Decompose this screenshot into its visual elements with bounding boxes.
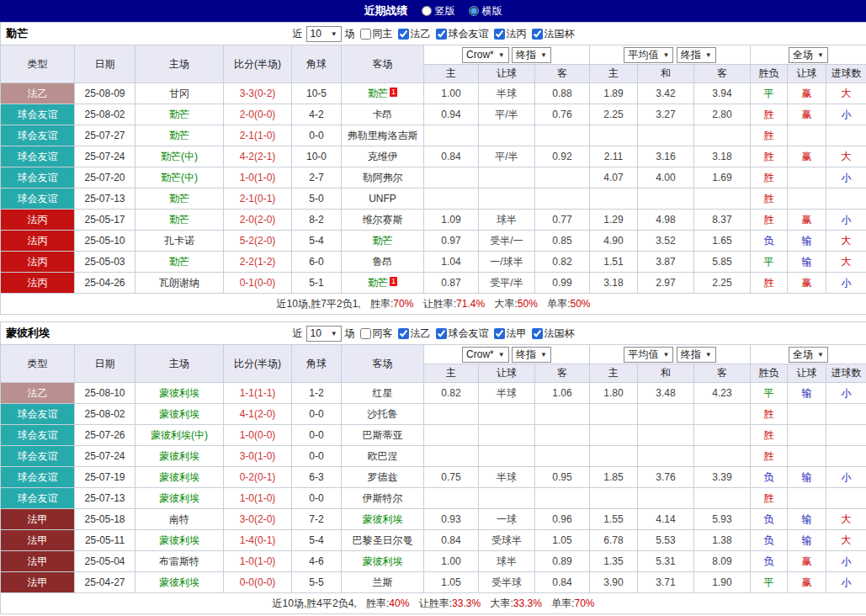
team-name[interactable]: 勤芒 [169,256,189,268]
league-filter-3[interactable]: 法国杯 [532,327,575,341]
team-name[interactable]: 蒙彼利埃(中) [151,429,208,441]
team-name[interactable]: 红星 [373,387,393,399]
horizontal-radio[interactable] [469,6,479,16]
team-name[interactable]: 瓦朗谢纳 [159,277,199,289]
score-cell[interactable]: 0-0(0-0) [224,572,292,593]
team-name[interactable]: 勤芒 [169,109,189,120]
team-name[interactable]: UNFP [369,193,396,204]
score-cell[interactable]: 1-0(1-0) [224,167,292,189]
team-name[interactable]: 鲁昂 [373,256,393,268]
league-checkbox[interactable] [436,29,447,40]
team-name[interactable]: 蒙彼利埃 [159,534,199,546]
odds-company-select[interactable]: Crow*▼ [462,47,509,63]
team-name[interactable]: 蒙彼利埃 [159,576,199,588]
recent-count-select[interactable]: 10▼ [306,26,342,42]
score-cell[interactable]: 3-0(2-0) [224,509,292,530]
same-venue-filter[interactable]: 同主 [360,27,393,41]
avg-select[interactable]: 平均值▼ [624,347,673,363]
avg-select[interactable]: 平均值▼ [624,47,673,63]
team-name[interactable]: 勤芒 [368,88,388,99]
avg-stage-select[interactable]: 终指▼ [677,47,716,63]
avg-stage-select[interactable]: 终指▼ [677,347,716,363]
league-filter-0[interactable]: 法乙 [398,27,431,41]
team-name[interactable]: 勤芒(中) [161,151,198,162]
score-cell[interactable]: 4-1(2-0) [224,404,292,425]
score-cell[interactable]: 1-4(0-1) [224,530,292,551]
scope-select[interactable]: 全场▼ [789,47,828,63]
team-name[interactable]: 蒙彼利埃 [159,471,199,483]
team-name[interactable]: 勤芒 [169,214,189,226]
team-name[interactable]: 蒙彼利埃 [159,492,199,504]
team-name[interactable]: 伊斯特尔 [363,492,403,504]
score-cell[interactable]: 2-0(0-0) [224,104,292,125]
score-cell[interactable]: 2-1(0-1) [224,189,292,210]
team-name[interactable]: 罗德兹 [368,471,398,483]
league-checkbox[interactable] [532,29,543,40]
layout-radio-vertical[interactable]: 竖版 [422,4,455,19]
col-header-corner: 角球 [292,45,342,83]
team-name[interactable]: 孔卡诺 [164,235,194,247]
vertical-radio[interactable] [422,6,432,16]
team-name[interactable]: 卡昂 [373,109,393,120]
odds-away: 0.77 [535,210,590,231]
team-name[interactable]: 弗勒里梅洛吉斯 [348,130,418,141]
layout-radio-horizontal[interactable]: 横版 [469,4,502,19]
score-cell[interactable]: 2-1(1-0) [224,125,292,146]
same-venue-checkbox[interactable] [360,29,371,40]
team-name[interactable]: 蒙彼利埃 [159,450,199,462]
team-name[interactable]: 蒙彼利埃 [363,513,403,525]
score-cell[interactable]: 1-0(0-0) [224,425,292,446]
league-filter-2[interactable]: 法丙 [494,27,527,41]
score-cell[interactable]: 1-0(1-0) [224,551,292,572]
league-checkbox[interactable] [494,29,505,40]
score-cell[interactable]: 1-1(1-1) [224,383,292,404]
score-cell[interactable]: 1-0(1-0) [224,488,292,509]
team-name[interactable]: 勒阿弗尔 [363,172,403,183]
team-name[interactable]: 勤芒 [169,130,189,141]
team-name[interactable]: 巴黎圣日尔曼 [353,534,413,546]
league-filter-3[interactable]: 法国杯 [532,27,575,41]
score-cell[interactable]: 2-0(2-0) [224,210,292,231]
team-name[interactable]: 布雷斯特 [159,555,199,567]
team-name[interactable]: 蒙彼利埃 [159,387,199,399]
score-cell[interactable]: 4-2(2-1) [224,146,292,167]
team-name[interactable]: 克维伊 [368,151,398,162]
recent-count-select[interactable]: 10▼ [306,326,342,342]
scope-select[interactable]: 全场▼ [789,347,828,363]
league-filter-1[interactable]: 球会友谊 [436,327,489,341]
score-cell[interactable]: 0-1(0-0) [224,273,292,294]
odds-stage-select[interactable]: 终指▼ [512,47,551,63]
score-cell[interactable]: 3-3(0-2) [224,83,292,104]
league-filter-2[interactable]: 法甲 [494,327,527,341]
score-cell[interactable]: 2-2(1-2) [224,252,292,273]
team-name[interactable]: 南特 [169,513,189,525]
match-date: 25-05-17 [75,210,135,231]
team-name[interactable]: 甘冈 [169,88,189,99]
league-checkbox[interactable] [532,328,543,339]
team-name[interactable]: 勤芒 [169,193,189,204]
team-name[interactable]: 欧巴涅 [368,450,398,462]
filter-prefix: 近 [293,327,303,341]
team-name[interactable]: 巴斯蒂亚 [363,429,403,441]
score-cell[interactable]: 3-0(1-0) [224,446,292,467]
score-cell[interactable]: 5-2(2-0) [224,231,292,252]
league-filter-0[interactable]: 法乙 [398,327,431,341]
team-name[interactable]: 兰斯 [373,576,393,588]
league-checkbox[interactable] [398,29,409,40]
league-checkbox[interactable] [436,328,447,339]
odds-company-select[interactable]: Crow*▼ [462,347,509,363]
team-name[interactable]: 勤芒(中) [161,172,198,183]
same-venue-checkbox[interactable] [360,328,371,339]
team-name[interactable]: 蒙彼利埃 [159,408,199,420]
team-name[interactable]: 沙托鲁 [368,408,398,420]
league-checkbox[interactable] [494,328,505,339]
team-name[interactable]: 维尔赛斯 [363,214,403,226]
odds-stage-select[interactable]: 终指▼ [512,347,551,363]
team-name[interactable]: 蒙彼利埃 [363,555,403,567]
team-name[interactable]: 勤芒 [373,235,393,247]
same-venue-filter[interactable]: 同客 [360,327,393,341]
team-name[interactable]: 勤芒 [368,277,388,289]
score-cell[interactable]: 0-2(0-1) [224,467,292,488]
league-checkbox[interactable] [398,328,409,339]
league-filter-1[interactable]: 球会友谊 [436,27,489,41]
